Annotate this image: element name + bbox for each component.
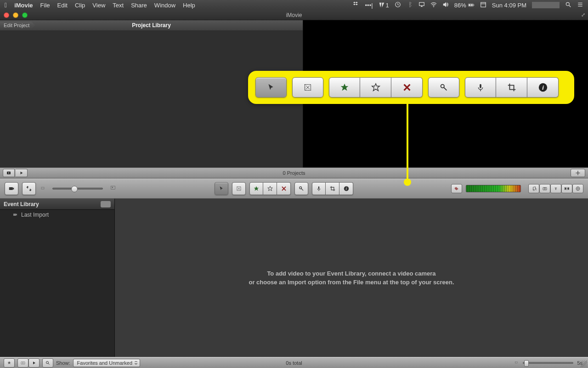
apple-icon[interactable]: 	[5, 1, 7, 9]
annot-crop-button[interactable]	[496, 77, 527, 98]
menu-view[interactable]: View	[92, 2, 105, 9]
edit-tool-button[interactable]	[232, 182, 246, 195]
reject-button[interactable]	[277, 182, 291, 195]
crop-button[interactable]	[326, 182, 339, 195]
annot-keyword-button[interactable]	[428, 77, 459, 98]
empty-event-message: To add video to your Event Library, conn…	[249, 269, 454, 287]
menu-extra-dots[interactable]: •••|	[365, 2, 373, 9]
svg-rect-6	[481, 2, 486, 7]
svg-rect-16	[111, 186, 115, 190]
keyword-tool-button[interactable]	[294, 182, 308, 195]
svg-point-17	[112, 187, 113, 188]
svg-rect-21	[318, 186, 319, 189]
svg-text:i: i	[542, 84, 544, 91]
svg-text:T: T	[555, 187, 557, 191]
bluetooth-icon[interactable]	[407, 1, 413, 9]
fullscreen-icon[interactable]: ⤢	[581, 12, 585, 18]
play-event-fullscreen-button[interactable]	[28, 358, 40, 368]
transitions-browser-button[interactable]	[561, 184, 572, 193]
menu-clip[interactable]: Clip	[75, 2, 85, 9]
annot-favorite-button[interactable]	[329, 77, 360, 98]
svg-rect-4	[474, 5, 474, 6]
thumbnail-size-slider[interactable]	[52, 188, 103, 190]
event-browser: To add video to your Event Library, conn…	[115, 199, 588, 357]
annot-unmark-button[interactable]	[360, 77, 391, 98]
svg-rect-14	[9, 187, 13, 190]
music-browser-button[interactable]	[528, 184, 539, 193]
event-library-title: Event Library	[4, 201, 39, 207]
app-name[interactable]: iMovie	[14, 2, 33, 9]
spotlight-icon[interactable]	[565, 1, 571, 9]
menu-text[interactable]: Text	[113, 2, 124, 9]
svg-text:i: i	[346, 187, 347, 191]
date-icon[interactable]	[480, 1, 486, 9]
svg-rect-29	[13, 214, 16, 216]
svg-line-32	[48, 363, 50, 365]
annot-edit-tool-button[interactable]	[292, 77, 323, 98]
minimize-window-button[interactable]	[13, 12, 18, 18]
mac-menubar:  iMovie File Edit Clip View Text Share …	[0, 0, 588, 10]
voiceover-button[interactable]	[312, 182, 326, 195]
clock[interactable]: Sun 4:09 PM	[492, 2, 526, 9]
search-events-button[interactable]	[42, 358, 53, 368]
new-project-button[interactable]	[571, 169, 585, 177]
airplay-icon[interactable]	[418, 1, 425, 9]
event-item-label: Last Import	[21, 212, 49, 218]
project-count: 0 Projects	[283, 170, 305, 176]
zoom-window-button[interactable]	[22, 12, 28, 18]
event-last-import[interactable]: Last Import	[0, 210, 114, 220]
unmark-button[interactable]	[263, 182, 277, 195]
svg-line-9	[569, 5, 571, 7]
svg-point-19	[300, 187, 302, 189]
menu-file[interactable]: File	[40, 2, 50, 9]
svg-rect-33	[515, 362, 518, 363]
import-camera-button[interactable]	[5, 182, 18, 195]
thumb-small-icon	[514, 360, 519, 366]
play-fullscreen-button[interactable]	[16, 169, 28, 177]
adobe-cc-icon[interactable]: 1	[379, 2, 389, 9]
svg-point-35	[441, 85, 444, 88]
inspector-button[interactable]: i	[339, 182, 353, 195]
frame-small-icon	[40, 184, 46, 193]
menu-help[interactable]: Help	[183, 2, 195, 9]
annotation-callout: i	[248, 71, 574, 104]
annot-voiceover-button[interactable]	[465, 77, 496, 98]
event-library-sidebar: Event Library Last Import	[0, 199, 115, 357]
play-project-button[interactable]	[3, 169, 15, 177]
annot-inspector-button[interactable]: i	[527, 77, 559, 98]
wifi-icon[interactable]	[430, 1, 437, 9]
svg-point-31	[46, 361, 49, 363]
arrow-tool-button[interactable]	[215, 182, 228, 195]
notification-center-icon[interactable]	[577, 1, 583, 9]
drive-icon[interactable]	[101, 201, 111, 207]
resize-grip[interactable]	[581, 361, 587, 367]
toggle-favorites-button[interactable]	[4, 358, 15, 368]
svg-line-20	[301, 189, 303, 190]
play-event-button[interactable]	[17, 358, 28, 368]
swap-layout-button[interactable]	[22, 182, 36, 195]
clip-thumbnail-slider[interactable]	[523, 362, 573, 364]
photo-browser-button[interactable]	[539, 184, 550, 193]
maps-browser-button[interactable]	[572, 184, 583, 193]
svg-point-25	[544, 188, 546, 190]
annot-arrow-tool-button[interactable]	[255, 77, 287, 98]
menu-window[interactable]: Window	[154, 2, 175, 9]
center-toolbar: i T	[0, 178, 588, 199]
battery-indicator[interactable]: 86%	[454, 2, 475, 9]
volume-icon[interactable]	[442, 1, 449, 9]
time-machine-icon[interactable]	[395, 1, 401, 9]
event-total-duration: 0s total	[286, 360, 302, 366]
svg-line-36	[444, 87, 447, 90]
audio-waveform-button[interactable]	[451, 184, 462, 193]
menu-share[interactable]: Share	[131, 2, 147, 9]
dropbox-icon[interactable]	[353, 1, 360, 9]
annot-reject-button[interactable]	[391, 77, 423, 98]
titles-browser-button[interactable]: T	[550, 184, 561, 193]
show-filter-select[interactable]: Favorites and Unmarked	[73, 359, 140, 367]
close-window-button[interactable]	[4, 12, 9, 18]
show-label: Show:	[56, 360, 70, 366]
edit-project-breadcrumb[interactable]: Edit Project	[0, 22, 35, 29]
menu-edit[interactable]: Edit	[57, 2, 68, 9]
user-name-redacted	[532, 2, 560, 8]
favorite-button[interactable]	[249, 182, 263, 195]
